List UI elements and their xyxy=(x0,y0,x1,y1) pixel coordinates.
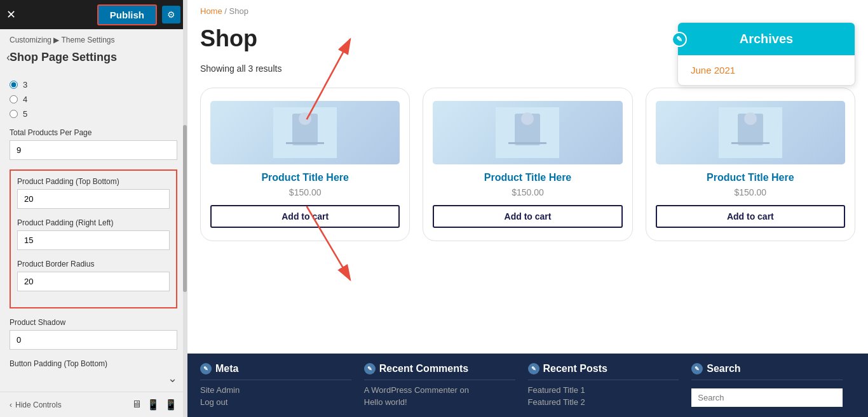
product-card-1: Product Title Here $150.00 Add to cart xyxy=(200,88,410,241)
radio-3-input[interactable] xyxy=(10,81,18,89)
svg-rect-11 xyxy=(731,142,770,144)
comment-post-link[interactable]: Hello world! xyxy=(364,397,515,407)
breadcrumb-nav: Home / Shop xyxy=(187,0,868,19)
comment-author: A WordPress Commenter on xyxy=(364,385,515,395)
archives-header: ✎ Archives xyxy=(678,23,855,55)
radio-5-label: 5 xyxy=(23,109,27,119)
archives-title: Archives xyxy=(740,32,794,46)
hide-controls-button[interactable]: ‹ Hide Controls xyxy=(10,400,62,409)
radio-5-input[interactable] xyxy=(10,110,18,118)
meta-pin-icon: ✎ xyxy=(200,363,212,374)
add-to-cart-button-2[interactable]: Add to cart xyxy=(433,205,622,228)
search-pin-icon: ✎ xyxy=(691,363,703,374)
shop-breadcrumb: Shop xyxy=(229,6,248,16)
radio-4-label: 4 xyxy=(23,95,27,104)
back-button[interactable]: ‹ xyxy=(6,51,10,64)
svg-rect-3 xyxy=(286,142,324,144)
panel-title: Shop Page Settings xyxy=(0,48,187,74)
publish-area: Publish ⚙ xyxy=(97,4,180,25)
shadow-input[interactable] xyxy=(10,330,177,350)
posts-pin-icon: ✎ xyxy=(528,363,539,374)
footer: ✎ Meta Site Admin Log out ✎ Recent Comme… xyxy=(187,354,868,417)
breadcrumb-part1: Customizing xyxy=(10,36,51,44)
total-products-input[interactable] xyxy=(10,140,177,160)
footer-col-search: ✎ Search xyxy=(691,363,855,411)
footer-comments-title: ✎ Recent Comments xyxy=(364,363,515,380)
chevron-left-icon: ‹ xyxy=(10,400,12,409)
breadcrumb-nav-sep: / xyxy=(224,6,227,16)
shop-area: Shop Showing all 3 results Default sorti… xyxy=(187,19,868,354)
product-card-2: Product Title Here $150.00 Add to cart xyxy=(423,88,632,241)
product-card-3: Product Title Here $150.00 Add to cart xyxy=(646,88,855,241)
footer-col-meta: ✎ Meta Site Admin Log out xyxy=(200,363,364,411)
button-padding-label: Button Padding (Top Bottom) xyxy=(10,359,177,368)
radio-4-input[interactable] xyxy=(10,95,18,103)
border-radius-input[interactable] xyxy=(17,272,170,291)
padding-top-bottom-group: Product Padding (Top Bottom) xyxy=(17,177,170,209)
right-content: Home / Shop Shop Showing all 3 results D… xyxy=(187,0,868,417)
radio-3: 3 xyxy=(10,80,177,89)
shadow-label: Product Shadow xyxy=(10,318,177,327)
product-title-1: Product Title Here xyxy=(210,172,400,183)
hide-controls-label: Hide Controls xyxy=(15,400,62,409)
desktop-icon[interactable]: 🖥 xyxy=(132,399,142,411)
left-panel: ✕ Publish ⚙ Customizing ▶ Theme Settings… xyxy=(0,0,187,417)
home-link[interactable]: Home xyxy=(200,6,222,16)
archives-pin-icon: ✎ xyxy=(672,32,687,47)
scroll-thumb xyxy=(183,125,187,292)
meta-link-admin[interactable]: Site Admin xyxy=(200,385,351,395)
padding-right-left-input[interactable] xyxy=(17,230,170,250)
product-price-1: $150.00 xyxy=(210,187,400,197)
footer-col-posts: ✎ Recent Posts Featured Title 1 Featured… xyxy=(528,363,692,411)
publish-button[interactable]: Publish xyxy=(97,4,157,25)
results-count: Showing all 3 results xyxy=(200,63,281,74)
border-radius-group: Product Border Radius xyxy=(17,260,170,291)
total-products-label: Total Products Per Page xyxy=(10,128,177,137)
highlighted-padding-group: Product Padding (Top Bottom) Product Pad… xyxy=(10,169,177,308)
bottom-bar: ‹ Hide Controls 🖥 📱 📱 xyxy=(0,392,187,417)
archives-date[interactable]: June 2021 xyxy=(691,65,842,76)
breadcrumb-part2: Theme Settings xyxy=(62,36,115,44)
border-radius-label: Product Border Radius xyxy=(17,260,170,268)
archives-popup: ✎ Archives June 2021 xyxy=(677,22,855,86)
footer-search-title: ✎ Search xyxy=(691,363,843,380)
padding-top-bottom-label: Product Padding (Top Bottom) xyxy=(17,177,170,186)
footer-posts-title: ✎ Recent Posts xyxy=(528,363,679,380)
radio-5: 5 xyxy=(10,109,177,119)
add-to-cart-button-1[interactable]: Add to cart xyxy=(210,205,400,228)
svg-point-2 xyxy=(299,112,311,125)
product-price-3: $150.00 xyxy=(656,187,845,197)
tablet-icon[interactable]: 📱 xyxy=(147,399,159,411)
footer-col-comments: ✎ Recent Comments A WordPress Commenter … xyxy=(364,363,528,411)
products-grid: Product Title Here $150.00 Add to cart xyxy=(200,88,855,241)
top-bar: ✕ Publish ⚙ xyxy=(0,0,187,29)
device-icons: 🖥 📱 📱 xyxy=(132,399,177,411)
gear-button[interactable]: ⚙ xyxy=(162,6,180,23)
meta-link-logout[interactable]: Log out xyxy=(200,397,351,407)
mobile-icon[interactable]: 📱 xyxy=(165,399,177,411)
padding-right-left-group: Product Padding (Right Left) xyxy=(17,218,170,250)
padding-top-bottom-input[interactable] xyxy=(17,189,170,209)
columns-radio-group: 3 4 5 xyxy=(10,80,177,119)
post-link-2[interactable]: Featured Title 2 xyxy=(528,397,679,407)
svg-point-6 xyxy=(521,112,534,125)
product-image-1 xyxy=(210,101,400,164)
product-image-2 xyxy=(433,101,622,164)
comments-pin-icon: ✎ xyxy=(364,363,376,374)
shadow-group: Product Shadow xyxy=(10,318,177,350)
footer-meta-title: ✎ Meta xyxy=(200,363,351,380)
close-button[interactable]: ✕ xyxy=(6,8,16,22)
footer-search-input[interactable] xyxy=(691,388,843,407)
padding-right-left-label: Product Padding (Right Left) xyxy=(17,218,170,227)
settings-breadcrumb: Customizing ▶ Theme Settings xyxy=(0,29,187,48)
product-image-3 xyxy=(656,101,845,164)
panel-content: 3 4 5 Total Products Per Page Pro xyxy=(0,74,187,392)
breadcrumb-sep: ▶ xyxy=(53,36,59,44)
post-link-1[interactable]: Featured Title 1 xyxy=(528,385,679,395)
archives-body: June 2021 xyxy=(678,55,855,85)
product-title-3: Product Title Here xyxy=(656,172,845,183)
scrollbar[interactable] xyxy=(183,0,187,417)
svg-point-10 xyxy=(744,112,757,125)
add-to-cart-button-3[interactable]: Add to cart xyxy=(656,205,845,228)
product-price-2: $150.00 xyxy=(433,187,622,197)
